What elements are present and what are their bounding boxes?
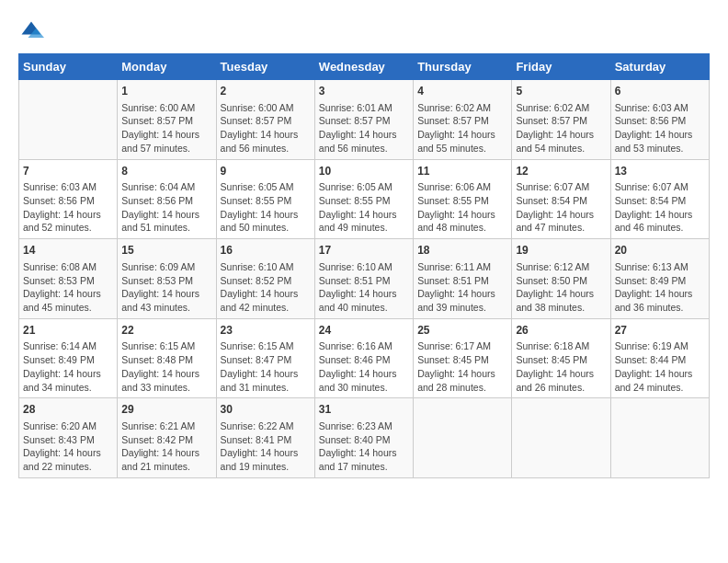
day-number: 17 bbox=[319, 243, 409, 259]
day-number: 4 bbox=[417, 84, 507, 99]
calendar-cell: 30Sunrise: 6:22 AM Sunset: 8:41 PM Dayli… bbox=[216, 398, 314, 478]
calendar-table: SundayMondayTuesdayWednesdayThursdayFrid… bbox=[18, 53, 710, 478]
day-number: 29 bbox=[121, 402, 211, 418]
day-content: Sunrise: 6:10 AM Sunset: 8:51 PM Dayligh… bbox=[319, 260, 409, 315]
day-number: 27 bbox=[615, 323, 705, 339]
calendar-cell: 26Sunrise: 6:18 AM Sunset: 8:45 PM Dayli… bbox=[512, 318, 610, 398]
header-row: SundayMondayTuesdayWednesdayThursdayFrid… bbox=[19, 54, 710, 80]
day-number: 13 bbox=[615, 164, 705, 179]
day-content: Sunrise: 6:05 AM Sunset: 8:55 PM Dayligh… bbox=[319, 180, 409, 235]
day-number: 10 bbox=[319, 164, 409, 179]
day-number: 9 bbox=[221, 164, 311, 179]
day-number: 18 bbox=[417, 243, 507, 259]
day-content: Sunrise: 6:06 AM Sunset: 8:55 PM Dayligh… bbox=[417, 180, 507, 235]
day-content: Sunrise: 6:11 AM Sunset: 8:51 PM Dayligh… bbox=[417, 260, 507, 315]
calendar-cell: 11Sunrise: 6:06 AM Sunset: 8:55 PM Dayli… bbox=[414, 159, 512, 239]
day-content: Sunrise: 6:02 AM Sunset: 8:57 PM Dayligh… bbox=[417, 101, 507, 155]
day-content: Sunrise: 6:13 AM Sunset: 8:49 PM Dayligh… bbox=[615, 260, 705, 315]
day-number: 12 bbox=[516, 164, 606, 179]
day-number: 16 bbox=[221, 243, 311, 259]
calendar-cell: 10Sunrise: 6:05 AM Sunset: 8:55 PM Dayli… bbox=[314, 159, 413, 239]
calendar-cell: 3Sunrise: 6:01 AM Sunset: 8:57 PM Daylig… bbox=[314, 80, 413, 160]
calendar-body: 1Sunrise: 6:00 AM Sunset: 8:57 PM Daylig… bbox=[19, 80, 710, 478]
day-number: 20 bbox=[615, 243, 705, 259]
calendar-cell: 4Sunrise: 6:02 AM Sunset: 8:57 PM Daylig… bbox=[414, 80, 512, 160]
calendar-cell: 27Sunrise: 6:19 AM Sunset: 8:44 PM Dayli… bbox=[610, 318, 709, 398]
calendar-cell bbox=[512, 398, 610, 478]
day-content: Sunrise: 6:08 AM Sunset: 8:53 PM Dayligh… bbox=[23, 260, 113, 315]
day-number: 24 bbox=[319, 323, 409, 339]
day-number: 31 bbox=[319, 402, 409, 418]
calendar-cell: 28Sunrise: 6:20 AM Sunset: 8:43 PM Dayli… bbox=[19, 398, 118, 478]
day-content: Sunrise: 6:01 AM Sunset: 8:57 PM Dayligh… bbox=[319, 101, 409, 155]
day-number: 21 bbox=[23, 323, 113, 339]
day-number: 19 bbox=[516, 243, 606, 259]
calendar-cell: 24Sunrise: 6:16 AM Sunset: 8:46 PM Dayli… bbox=[314, 318, 413, 398]
page-header bbox=[18, 18, 710, 44]
day-content: Sunrise: 6:20 AM Sunset: 8:43 PM Dayligh… bbox=[23, 419, 113, 474]
day-number: 3 bbox=[319, 84, 409, 99]
day-content: Sunrise: 6:17 AM Sunset: 8:45 PM Dayligh… bbox=[417, 339, 507, 394]
header-friday: Friday bbox=[512, 54, 610, 80]
day-content: Sunrise: 6:00 AM Sunset: 8:57 PM Dayligh… bbox=[221, 101, 311, 155]
calendar-cell: 19Sunrise: 6:12 AM Sunset: 8:50 PM Dayli… bbox=[512, 239, 610, 319]
calendar-cell: 22Sunrise: 6:15 AM Sunset: 8:48 PM Dayli… bbox=[118, 318, 216, 398]
calendar-cell bbox=[19, 80, 118, 160]
day-content: Sunrise: 6:04 AM Sunset: 8:56 PM Dayligh… bbox=[121, 180, 211, 235]
day-content: Sunrise: 6:03 AM Sunset: 8:56 PM Dayligh… bbox=[615, 101, 705, 155]
day-content: Sunrise: 6:23 AM Sunset: 8:40 PM Dayligh… bbox=[319, 419, 409, 474]
day-number: 11 bbox=[417, 164, 507, 179]
day-number: 15 bbox=[121, 243, 211, 259]
week-row-4: 21Sunrise: 6:14 AM Sunset: 8:49 PM Dayli… bbox=[19, 318, 710, 398]
day-content: Sunrise: 6:18 AM Sunset: 8:45 PM Dayligh… bbox=[516, 339, 606, 394]
header-thursday: Thursday bbox=[414, 54, 512, 80]
calendar-cell: 7Sunrise: 6:03 AM Sunset: 8:56 PM Daylig… bbox=[19, 159, 118, 239]
day-content: Sunrise: 6:07 AM Sunset: 8:54 PM Dayligh… bbox=[615, 180, 705, 235]
day-number: 26 bbox=[516, 323, 606, 339]
week-row-2: 7Sunrise: 6:03 AM Sunset: 8:56 PM Daylig… bbox=[19, 159, 710, 239]
day-number: 2 bbox=[221, 84, 311, 99]
calendar-cell: 20Sunrise: 6:13 AM Sunset: 8:49 PM Dayli… bbox=[610, 239, 709, 319]
day-content: Sunrise: 6:19 AM Sunset: 8:44 PM Dayligh… bbox=[615, 339, 705, 394]
calendar-cell: 14Sunrise: 6:08 AM Sunset: 8:53 PM Dayli… bbox=[19, 239, 118, 319]
day-content: Sunrise: 6:14 AM Sunset: 8:49 PM Dayligh… bbox=[23, 339, 113, 394]
day-content: Sunrise: 6:15 AM Sunset: 8:48 PM Dayligh… bbox=[121, 339, 211, 394]
calendar-cell: 5Sunrise: 6:02 AM Sunset: 8:57 PM Daylig… bbox=[512, 80, 610, 160]
calendar-cell: 23Sunrise: 6:15 AM Sunset: 8:47 PM Dayli… bbox=[216, 318, 314, 398]
calendar-cell: 9Sunrise: 6:05 AM Sunset: 8:55 PM Daylig… bbox=[216, 159, 314, 239]
day-number: 5 bbox=[516, 84, 606, 99]
calendar-cell bbox=[610, 398, 709, 478]
header-wednesday: Wednesday bbox=[314, 54, 413, 80]
day-content: Sunrise: 6:09 AM Sunset: 8:53 PM Dayligh… bbox=[121, 260, 211, 315]
header-saturday: Saturday bbox=[610, 54, 709, 80]
logo bbox=[18, 18, 48, 44]
day-content: Sunrise: 6:12 AM Sunset: 8:50 PM Dayligh… bbox=[516, 260, 606, 315]
day-content: Sunrise: 6:05 AM Sunset: 8:55 PM Dayligh… bbox=[221, 180, 311, 235]
calendar-cell: 1Sunrise: 6:00 AM Sunset: 8:57 PM Daylig… bbox=[118, 80, 216, 160]
calendar-cell: 15Sunrise: 6:09 AM Sunset: 8:53 PM Dayli… bbox=[118, 239, 216, 319]
day-content: Sunrise: 6:03 AM Sunset: 8:56 PM Dayligh… bbox=[23, 180, 113, 235]
week-row-3: 14Sunrise: 6:08 AM Sunset: 8:53 PM Dayli… bbox=[19, 239, 710, 319]
week-row-1: 1Sunrise: 6:00 AM Sunset: 8:57 PM Daylig… bbox=[19, 80, 710, 160]
header-monday: Monday bbox=[118, 54, 216, 80]
calendar-cell: 29Sunrise: 6:21 AM Sunset: 8:42 PM Dayli… bbox=[118, 398, 216, 478]
day-content: Sunrise: 6:02 AM Sunset: 8:57 PM Dayligh… bbox=[516, 101, 606, 155]
day-number: 6 bbox=[615, 84, 705, 99]
calendar-cell: 17Sunrise: 6:10 AM Sunset: 8:51 PM Dayli… bbox=[314, 239, 413, 319]
calendar-cell: 21Sunrise: 6:14 AM Sunset: 8:49 PM Dayli… bbox=[19, 318, 118, 398]
calendar-cell: 31Sunrise: 6:23 AM Sunset: 8:40 PM Dayli… bbox=[314, 398, 413, 478]
day-number: 23 bbox=[221, 323, 311, 339]
day-number: 28 bbox=[23, 402, 113, 418]
day-content: Sunrise: 6:07 AM Sunset: 8:54 PM Dayligh… bbox=[516, 180, 606, 235]
day-number: 7 bbox=[23, 164, 113, 179]
calendar-cell: 8Sunrise: 6:04 AM Sunset: 8:56 PM Daylig… bbox=[118, 159, 216, 239]
calendar-cell: 12Sunrise: 6:07 AM Sunset: 8:54 PM Dayli… bbox=[512, 159, 610, 239]
header-sunday: Sunday bbox=[19, 54, 118, 80]
day-content: Sunrise: 6:10 AM Sunset: 8:52 PM Dayligh… bbox=[221, 260, 311, 315]
day-number: 8 bbox=[121, 164, 211, 179]
header-tuesday: Tuesday bbox=[216, 54, 314, 80]
day-content: Sunrise: 6:22 AM Sunset: 8:41 PM Dayligh… bbox=[221, 419, 311, 474]
week-row-5: 28Sunrise: 6:20 AM Sunset: 8:43 PM Dayli… bbox=[19, 398, 710, 478]
day-number: 22 bbox=[121, 323, 211, 339]
calendar-cell: 16Sunrise: 6:10 AM Sunset: 8:52 PM Dayli… bbox=[216, 239, 314, 319]
